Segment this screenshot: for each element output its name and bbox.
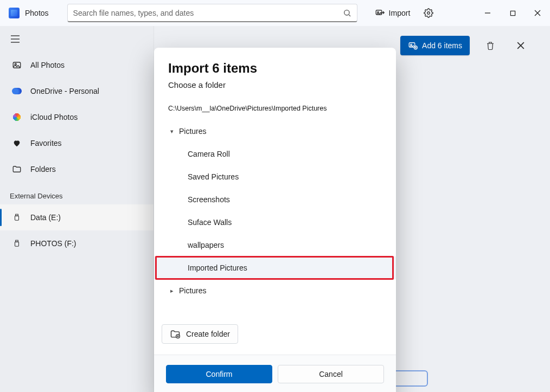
trash-icon [485,41,495,50]
add-items-icon [408,41,418,50]
sidebar-item-favorites[interactable]: Favorites [0,130,154,156]
tree-item[interactable]: Screenshots [154,188,396,211]
delete-button[interactable] [481,36,500,55]
dialog-subtitle: Choose a folder [168,80,382,89]
settings-button[interactable] [417,4,440,22]
tree-item-label: wallpapers [188,241,224,249]
tree-item-label: Screenshots [188,195,230,204]
create-folder-button[interactable]: Create folder [162,324,238,344]
sidebar-item-photos-drive[interactable]: PHOTOS (F:) [0,230,154,256]
tree-item-pictures-2[interactable]: ▸ Pictures [154,279,396,302]
app-logo-icon [9,8,20,18]
tree-item[interactable]: wallpapers [154,234,396,256]
svg-rect-17 [15,242,19,246]
svg-line-1 [349,15,350,16]
body: All Photos OneDrive - Personal iCloud Ph… [0,26,550,392]
tree-item-label: Suface Walls [188,218,232,227]
chevron-down-icon: ▾ [168,128,176,135]
photos-icon [12,60,22,70]
tree-item-label: Camera Roll [188,150,230,158]
svg-point-4 [427,12,430,15]
usb-icon [12,239,22,248]
sidebar-item-label: All Photos [30,61,65,69]
close-window-button[interactable] [525,4,550,22]
sidebar-item-icloud[interactable]: iCloud Photos [0,104,154,130]
close-icon [517,42,525,49]
import-label: Import [389,9,411,17]
search-input[interactable] [73,9,343,17]
selection-toolbar: Add 6 items [400,36,530,55]
cancel-label: Cancel [319,370,343,378]
sidebar-item-all-photos[interactable]: All Photos [0,52,154,78]
tree-item-label: Pictures [179,286,207,295]
import-dialog: Import 6 items Choose a folder C:\Users\… [154,48,396,392]
new-folder-icon [170,329,181,339]
sidebar-item-label: iCloud Photos [30,113,78,121]
chevron-right-icon: ▸ [168,287,176,294]
add-items-button[interactable]: Add 6 items [400,36,470,55]
cancel-button[interactable]: Cancel [278,365,384,383]
confirm-button[interactable]: Confirm [166,365,272,383]
dialog-title: Import 6 items [168,61,382,76]
dialog-footer: Confirm Cancel [154,355,396,392]
sidebar-item-label: Favorites [30,139,62,147]
tree-item-imported-pictures[interactable]: Imported Pictures [154,256,396,279]
app-title: Photos [25,9,49,17]
create-folder-label: Create folder [186,330,230,338]
sidebar-item-label: Folders [30,165,56,173]
sidebar-item-label: Data (E:) [30,213,61,222]
sidebar-item-onedrive[interactable]: OneDrive - Personal [0,78,154,104]
external-devices-header: External Devices [0,182,154,204]
usb-icon [12,213,22,222]
minimize-button[interactable] [475,4,500,22]
tree-item[interactable]: Suface Walls [154,211,396,234]
tree-item-label: Imported Pictures [188,264,247,272]
confirm-label: Confirm [206,370,232,378]
add-items-label: Add 6 items [422,41,462,50]
sidebar-item-folders[interactable]: Folders [0,156,154,182]
search-icon[interactable] [343,9,351,17]
tree-item-label: Pictures [179,127,207,136]
folder-icon [12,164,22,174]
sidebar-item-label: PHOTOS (F:) [30,239,76,248]
tree-item[interactable]: Camera Roll [154,143,396,165]
gear-icon [424,8,433,18]
import-button[interactable]: Import [368,3,417,23]
sidebar: All Photos OneDrive - Personal iCloud Ph… [0,26,154,392]
import-icon [375,8,385,18]
dialog-path: C:\Users\m__la\OneDrive\Pictures\Importe… [168,105,382,112]
onedrive-icon [12,86,22,96]
heart-icon [12,138,22,148]
hamburger-button[interactable] [4,28,26,50]
search-box[interactable] [67,4,357,22]
svg-rect-6 [510,11,515,15]
maximize-button[interactable] [500,4,525,22]
sidebar-item-label: OneDrive - Personal [30,87,99,95]
dismiss-button[interactable] [511,36,530,55]
tree-item-pictures[interactable]: ▾ Pictures [154,120,396,143]
titlebar: Photos Import [0,0,550,26]
window-controls [475,4,550,22]
svg-rect-15 [15,216,19,220]
folder-tree: ▾ Pictures Camera Roll Saved Pictures Sc… [154,120,396,317]
sidebar-item-data-drive[interactable]: Data (E:) [0,204,154,230]
tree-item[interactable]: Saved Pictures [154,165,396,188]
tree-item-label: Saved Pictures [188,172,239,181]
svg-point-0 [344,10,349,15]
icloud-icon [12,112,22,122]
